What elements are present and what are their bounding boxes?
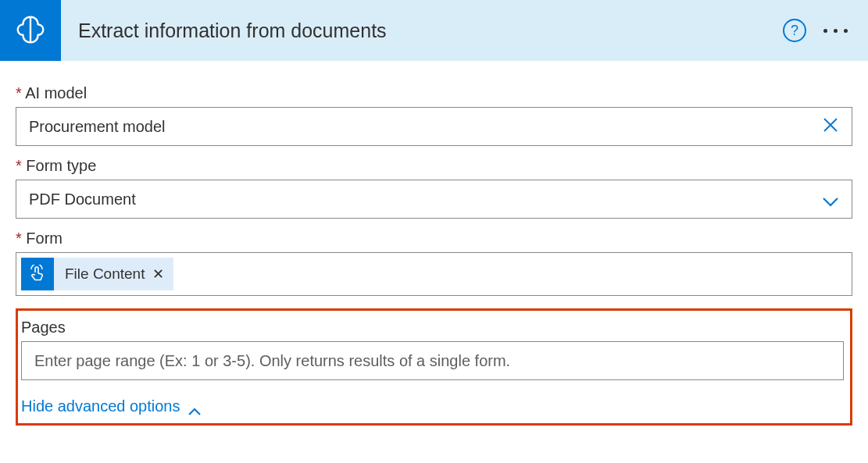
form-type-value: PDF Document xyxy=(29,191,822,208)
chevron-down-icon xyxy=(822,194,839,205)
highlighted-region: Pages Hide advanced options xyxy=(16,308,852,426)
clear-icon[interactable] xyxy=(822,116,839,137)
ai-model-value: Procurement model xyxy=(29,118,822,136)
form-token-input[interactable]: File Content ✕ xyxy=(16,252,852,296)
form-label: Form xyxy=(16,230,852,248)
pages-input[interactable] xyxy=(21,341,844,380)
ai-model-input[interactable]: Procurement model xyxy=(16,107,852,146)
more-menu-icon[interactable] xyxy=(823,29,854,33)
action-title: Extract information from documents xyxy=(61,20,783,42)
action-header: Extract information from documents ? xyxy=(0,0,868,61)
hand-tap-icon xyxy=(21,258,54,290)
field-form-type: Form type PDF Document xyxy=(16,157,852,219)
form-type-label: Form type xyxy=(16,157,852,175)
token-label: File Content xyxy=(65,265,145,283)
connector-icon-box xyxy=(0,0,61,61)
chevron-up-icon xyxy=(188,402,202,411)
pages-label: Pages xyxy=(21,319,844,337)
token-remove-icon[interactable]: ✕ xyxy=(152,265,164,283)
field-ai-model: AI model Procurement model xyxy=(16,84,852,146)
hide-advanced-toggle[interactable]: Hide advanced options xyxy=(21,397,202,415)
help-icon[interactable]: ? xyxy=(783,19,806,42)
field-form: Form File Content ✕ xyxy=(16,230,852,296)
brain-icon xyxy=(13,12,48,48)
dynamic-content-token[interactable]: File Content ✕ xyxy=(21,258,173,290)
form-type-select[interactable]: PDF Document xyxy=(16,180,852,219)
hide-advanced-label: Hide advanced options xyxy=(21,397,180,415)
ai-model-label: AI model xyxy=(16,84,852,102)
